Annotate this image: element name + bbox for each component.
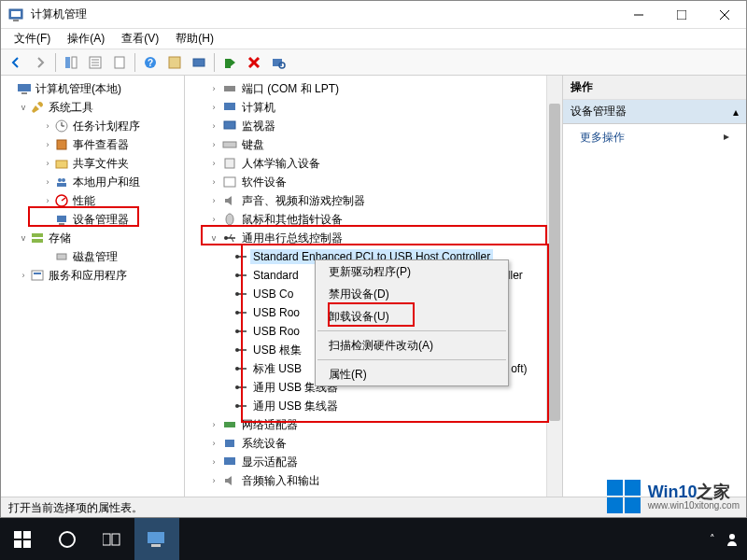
- tree-disk-management[interactable]: 磁盘管理: [1, 247, 184, 266]
- scan-hardware-button[interactable]: [267, 51, 289, 74]
- mid-scrollbar[interactable]: [546, 76, 562, 497]
- svg-rect-86: [151, 544, 161, 547]
- show-hide-tree-button[interactable]: [60, 51, 82, 74]
- cortana-button[interactable]: [45, 518, 90, 560]
- dev-hid[interactable]: ›人体学输入设备: [185, 154, 562, 173]
- toolbar: ?: [1, 49, 746, 76]
- taskbar-tray: ˄: [710, 532, 747, 547]
- menu-help[interactable]: 帮助(H): [168, 29, 221, 49]
- dev-software[interactable]: ›软件设备: [185, 173, 562, 191]
- clock-icon: [53, 119, 70, 133]
- context-menu: 更新驱动程序(P) 禁用设备(D) 卸载设备(U) 扫描检测硬件改动(A) 属性…: [315, 259, 509, 386]
- dev-mouse[interactable]: ›鼠标和其他指针设备: [185, 210, 562, 229]
- svg-rect-35: [57, 216, 66, 222]
- svg-text:?: ?: [148, 58, 153, 68]
- help-button[interactable]: ?: [139, 51, 162, 74]
- dev-audio[interactable]: ›音频输入和输出: [185, 471, 562, 490]
- ctx-disable[interactable]: 禁用设备(D): [316, 283, 508, 305]
- svg-rect-75: [625, 480, 641, 496]
- dev-usb-controllers[interactable]: v通用串行总线控制器: [185, 229, 562, 247]
- forward-button[interactable]: [29, 51, 51, 74]
- tree-task-scheduler[interactable]: › 任务计划程序: [1, 117, 184, 135]
- computer-mgmt-icon: [16, 81, 33, 96]
- event-icon: [53, 137, 70, 152]
- minimize-button[interactable]: [617, 1, 660, 29]
- svg-rect-72: [225, 440, 234, 447]
- svg-rect-42: [224, 86, 235, 91]
- tree-event-viewer[interactable]: › 事件查看器: [1, 135, 184, 154]
- start-button[interactable]: [0, 518, 45, 560]
- tree-performance[interactable]: › 性能: [1, 191, 184, 210]
- properties-button[interactable]: [84, 51, 106, 74]
- svg-point-82: [60, 532, 75, 547]
- actions-more[interactable]: 更多操作 ▸: [563, 124, 746, 151]
- svg-rect-32: [57, 183, 66, 187]
- svg-rect-36: [59, 223, 64, 225]
- actions-subheader[interactable]: 设备管理器 ▴: [563, 100, 746, 124]
- tree-root[interactable]: 计算机管理(本地): [1, 79, 184, 98]
- svg-rect-43: [224, 103, 235, 110]
- svg-rect-8: [72, 57, 77, 68]
- svg-rect-73: [224, 457, 235, 465]
- uninstall-button[interactable]: [243, 51, 265, 74]
- tree-services-apps[interactable]: › 服务和应用程序: [1, 266, 184, 285]
- tree-system-tools[interactable]: v 系统工具: [1, 98, 184, 117]
- perf-icon: [53, 193, 70, 208]
- keyboard-icon: [220, 137, 239, 152]
- titlebar: 计算机管理: [1, 1, 746, 29]
- menu-action[interactable]: 操作(A): [60, 29, 112, 49]
- task-view-button[interactable]: [90, 518, 134, 560]
- tray-up-icon[interactable]: ˄: [710, 533, 715, 545]
- close-button[interactable]: [703, 1, 746, 29]
- ctx-scan-hw[interactable]: 扫描检测硬件改动(A): [316, 334, 508, 357]
- tree-local-users[interactable]: › 本地用户和组: [1, 173, 184, 191]
- taskbar-app-active[interactable]: [134, 518, 179, 560]
- dev-computer[interactable]: ›计算机: [185, 98, 562, 117]
- svg-rect-47: [224, 177, 235, 187]
- chip-icon: [220, 436, 239, 451]
- svg-rect-7: [65, 57, 70, 68]
- svg-rect-41: [34, 273, 41, 274]
- maximize-button[interactable]: [660, 1, 703, 29]
- menu-file[interactable]: 文件(F): [7, 29, 58, 49]
- dev-com-lpt[interactable]: ›端口 (COM 和 LPT): [185, 79, 562, 98]
- enable-button[interactable]: [218, 51, 241, 74]
- dev-keyboard[interactable]: ›键盘: [185, 135, 562, 154]
- ctx-update-driver[interactable]: 更新驱动程序(P): [316, 260, 508, 283]
- pc-icon: [220, 100, 239, 115]
- scan-button[interactable]: [188, 51, 210, 74]
- svg-rect-46: [225, 159, 234, 168]
- dev-monitor[interactable]: ›监视器: [185, 117, 562, 135]
- tray-people-icon[interactable]: [725, 532, 740, 547]
- dev-network[interactable]: ›网络适配器: [185, 415, 562, 434]
- window-title: 计算机管理: [31, 7, 617, 22]
- tree-device-manager[interactable]: 设备管理器: [1, 210, 184, 229]
- export-list-button[interactable]: [108, 51, 131, 74]
- svg-rect-1: [11, 11, 21, 17]
- windows-logo-icon: [605, 478, 642, 515]
- dev-sound[interactable]: ›声音、视频和游戏控制器: [185, 191, 562, 210]
- dev-system[interactable]: ›系统设备: [185, 434, 562, 453]
- dev-display[interactable]: ›显示适配器: [185, 453, 562, 471]
- back-button[interactable]: [5, 51, 27, 74]
- menu-view[interactable]: 查看(V): [114, 29, 166, 49]
- audio-icon: [220, 473, 239, 488]
- dev-usb-9[interactable]: 通用 USB 集线器: [185, 397, 562, 415]
- ctx-sep2: [317, 359, 506, 360]
- ctx-properties[interactable]: 属性(R): [316, 363, 508, 385]
- usb-icon: [232, 324, 250, 339]
- usb-icon: [232, 268, 250, 283]
- svg-rect-71: [224, 422, 235, 427]
- usb-icon: [232, 305, 250, 320]
- tree-storage[interactable]: v 存储: [1, 229, 184, 247]
- svg-point-30: [58, 178, 62, 182]
- svg-rect-39: [57, 254, 66, 259]
- mouse-icon: [220, 212, 239, 227]
- storage-icon: [29, 231, 46, 245]
- ctx-uninstall[interactable]: 卸载设备(U): [316, 305, 508, 328]
- svg-rect-28: [57, 140, 66, 149]
- svg-point-48: [226, 214, 233, 225]
- tree-shared-folders[interactable]: › 共享文件夹: [1, 154, 184, 173]
- view-details-button[interactable]: [163, 51, 186, 74]
- svg-rect-18: [225, 59, 231, 68]
